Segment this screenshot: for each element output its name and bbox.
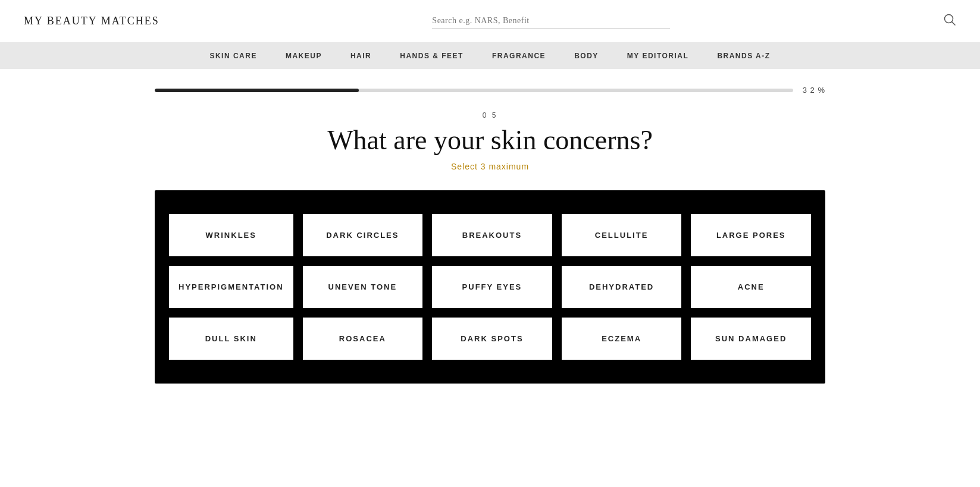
- nav-item-editorial[interactable]: MY EDITORIAL: [627, 52, 689, 60]
- option-eczema[interactable]: ECZEMA: [562, 318, 682, 360]
- nav-item-hands-feet[interactable]: HANDS & FEET: [400, 52, 464, 60]
- nav-item-makeup[interactable]: MAKEUP: [286, 52, 322, 60]
- search-input[interactable]: [432, 14, 670, 29]
- option-wrinkles[interactable]: WRINKLES: [169, 214, 293, 256]
- option-rosacea[interactable]: ROSACEA: [303, 318, 423, 360]
- option-cellulite[interactable]: CELLULITE: [562, 214, 682, 256]
- step-number: 0 5: [0, 111, 980, 120]
- option-acne[interactable]: ACNE: [691, 266, 811, 308]
- header: MY BEAUTY MATCHES: [0, 0, 980, 43]
- nav-item-fragrance[interactable]: FRAGRANCE: [492, 52, 546, 60]
- question-subtitle: Select 3 maximum: [0, 162, 980, 171]
- option-dark-spots[interactable]: DARK SPOTS: [432, 318, 552, 360]
- progress-bar-fill: [155, 89, 359, 92]
- option-dull-skin[interactable]: DULL SKIN: [169, 318, 293, 360]
- main-nav: SKIN CARE MAKEUP HAIR HANDS & FEET FRAGR…: [0, 43, 980, 69]
- options-container: WRINKLES DARK CIRCLES BREAKOUTS CELLULIT…: [155, 190, 825, 384]
- nav-item-body[interactable]: BODY: [574, 52, 599, 60]
- search-icon[interactable]: [943, 13, 956, 29]
- progress-section: 3 2 %: [0, 69, 980, 95]
- options-grid: WRINKLES DARK CIRCLES BREAKOUTS CELLULIT…: [169, 214, 811, 360]
- option-hyperpigmentation[interactable]: HYPERPIGMENTATION: [169, 266, 293, 308]
- option-sun-damaged[interactable]: SUN DAMAGED: [691, 318, 811, 360]
- option-dehydrated[interactable]: DEHYDRATED: [562, 266, 682, 308]
- option-breakouts[interactable]: BREAKOUTS: [432, 214, 552, 256]
- progress-bar-container: [155, 89, 793, 92]
- svg-line-1: [952, 22, 956, 26]
- option-dark-circles[interactable]: DARK CIRCLES: [303, 214, 423, 256]
- nav-item-hair[interactable]: HAIR: [350, 52, 371, 60]
- question-title: What are your skin concerns?: [0, 124, 980, 156]
- nav-item-brands[interactable]: BRANDS A-Z: [717, 52, 770, 60]
- option-large-pores[interactable]: LARGE PORES: [691, 214, 811, 256]
- option-uneven-tone[interactable]: UNEVEN TONE: [303, 266, 423, 308]
- option-puffy-eyes[interactable]: PUFFY EYES: [432, 266, 552, 308]
- nav-item-skincare[interactable]: SKIN CARE: [209, 52, 257, 60]
- progress-label: 3 2 %: [803, 86, 825, 95]
- logo: MY BEAUTY MATCHES: [24, 15, 159, 27]
- question-section: 0 5 What are your skin concerns? Select …: [0, 95, 980, 181]
